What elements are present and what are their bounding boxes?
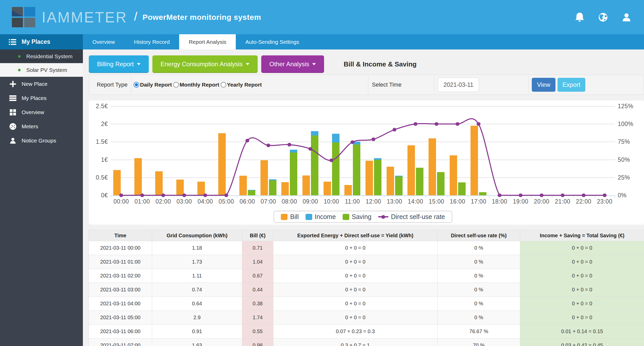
x-axis-tick — [573, 196, 573, 198]
sidebar-item-new-place[interactable]: New Place — [0, 77, 83, 91]
chart-line-marker — [371, 138, 375, 141]
x-axis-label: 03:00 — [172, 198, 196, 205]
radio-yearly-report[interactable]: Yearly Report — [221, 82, 262, 88]
legend-line-marker-icon — [378, 216, 388, 217]
chart-panel: BillIncomeSavingDirect self-use rate 0€0… — [89, 100, 644, 225]
iammeter-logo-icon — [12, 7, 36, 28]
sidebar-item-label: My Places — [22, 38, 50, 45]
x-axis-tick — [237, 196, 237, 198]
table-cell: 0.55 — [242, 325, 273, 339]
radio-button-icon — [134, 82, 139, 88]
chart-bar-saving — [458, 182, 466, 195]
x-axis-label: 14:00 — [404, 198, 427, 205]
sidebar-item-meters[interactable]: Meters — [0, 119, 83, 133]
table-cell: 0.64 — [152, 297, 242, 311]
legend-label: Bill — [290, 213, 299, 221]
sidebar-item-notice-groups[interactable]: Notice Groups — [0, 133, 83, 148]
chart-bar-income — [311, 131, 318, 136]
x-axis-label: 17:00 — [467, 198, 490, 205]
table-cell: 0 + 0 = 0 — [520, 269, 644, 283]
chart-bar-income — [332, 134, 340, 143]
sidebar-item-my-places[interactable]: My Places — [0, 91, 83, 105]
chart-line-marker — [288, 143, 291, 146]
energy-consumption-analysis-dropdown[interactable]: Energy Consumption Analysis — [152, 55, 258, 73]
chart-line-direct-self-use-rate — [111, 106, 615, 195]
table-cell: 0.98 — [242, 339, 273, 346]
radio-daily-report[interactable]: Daily Report — [134, 82, 172, 88]
tab-history-record[interactable]: History Record — [125, 34, 179, 49]
billing-report-label: Billing Report — [97, 61, 134, 68]
sidebar-item-solar-pv-system[interactable]: Solar PV System — [0, 63, 83, 77]
y-axis-label: 2€ — [89, 121, 108, 128]
x-axis-label: 19:00 — [509, 198, 533, 205]
sidebar-item-overview[interactable]: Overview — [0, 105, 83, 119]
other-analysis-dropdown[interactable]: Other Analysis — [261, 55, 324, 73]
radio-monthly-report[interactable]: Monthly Report — [173, 82, 219, 88]
chart-bar-saving — [353, 145, 360, 195]
x-axis-tick — [132, 196, 132, 198]
gauge-icon — [9, 123, 16, 130]
chart-bar-bill — [260, 160, 268, 195]
legend-label: Saving — [352, 213, 371, 221]
table-cell: 0 % — [438, 283, 520, 297]
legend-item-income[interactable]: Income — [306, 213, 336, 221]
chart-bar-bill — [324, 182, 331, 195]
gridline — [111, 124, 615, 124]
x-axis-label: 21:00 — [551, 198, 575, 205]
sidebar-item-my-places-header[interactable]: My Places — [0, 34, 83, 49]
sidebar-item-label: Meters — [22, 123, 38, 130]
legend-item-direct-self-use-rate[interactable]: Direct self-use rate — [378, 213, 445, 221]
table-row: 2021-03-11 06:000.910.550.07 + 0.23 = 0.… — [89, 325, 644, 339]
secondary-y-axis-label: 0% — [618, 192, 641, 199]
table-cell: 70 % — [438, 339, 520, 346]
legend-label: Direct self-use rate — [391, 213, 445, 221]
table-row: 2021-03-11 02:001.110.670 + 0 = 00 %0 + … — [89, 269, 644, 283]
sidebar-item-residential-system[interactable]: Residential System — [0, 49, 83, 63]
x-axis-tick — [216, 196, 216, 198]
notification-bell-icon[interactable] — [575, 12, 584, 22]
tab-auto-sending-settings[interactable]: Auto-Sending Settings — [236, 34, 309, 49]
chart-bar-bill — [113, 170, 121, 195]
table-cell: 2021-03-11 03:00 — [89, 283, 152, 297]
x-axis-tick — [594, 196, 594, 198]
x-axis-tick — [510, 196, 510, 198]
column-header: Time — [89, 230, 152, 241]
chart-bar-bill — [176, 180, 184, 195]
y-axis-label: 1€ — [89, 156, 108, 163]
chart-line-marker — [393, 128, 396, 131]
radio-button-icon — [173, 82, 179, 88]
date-input[interactable] — [438, 78, 479, 92]
radio-label: Monthly Report — [180, 82, 219, 88]
table-cell: 0 + 0 = 0 — [520, 297, 644, 311]
tab-report-analysis[interactable]: Report Analysis — [179, 34, 236, 49]
table-cell: 0 + 0 = 0 — [273, 283, 438, 297]
chart-line-marker — [561, 193, 564, 197]
user-profile-icon[interactable] — [622, 13, 631, 22]
chart-bar-income — [269, 179, 276, 180]
tab-bar: Overview History Record Report Analysis … — [83, 34, 644, 49]
tab-overview[interactable]: Overview — [83, 34, 125, 49]
language-globe-icon[interactable] — [598, 12, 608, 22]
report-toolbar: Billing Report Energy Consumption Analys… — [89, 55, 416, 73]
y-axis-label: 0€ — [89, 192, 108, 199]
x-axis-label: 18:00 — [488, 198, 511, 205]
report-table: Time Grid Consumption (kWh) Bill (€) Exp… — [89, 230, 644, 346]
export-button[interactable]: Export — [558, 78, 585, 92]
x-axis-tick — [615, 196, 615, 198]
sidebar-item-label: Residential System — [26, 53, 73, 60]
legend-item-bill[interactable]: Bill — [281, 213, 299, 221]
chart-bar-bill — [197, 182, 205, 195]
legend-item-saving[interactable]: Saving — [343, 213, 371, 221]
table-cell: 0.74 — [152, 283, 242, 297]
online-status-dot — [18, 69, 21, 71]
column-header: Bill (€) — [242, 230, 273, 241]
gridline — [111, 142, 615, 142]
table-cell: 0.03 + 0.42 = 0.45 — [520, 339, 644, 346]
person-icon — [10, 137, 16, 144]
chart-line-marker — [519, 193, 523, 197]
chart-bar-bill — [387, 167, 394, 195]
table-row: 2021-03-11 05:002.91.740 + 0 = 00 %0 + 0… — [89, 311, 644, 325]
table-cell: 0.07 + 0.23 = 0.3 — [273, 325, 438, 339]
billing-report-dropdown[interactable]: Billing Report — [89, 55, 149, 73]
view-button[interactable]: View — [532, 78, 555, 92]
